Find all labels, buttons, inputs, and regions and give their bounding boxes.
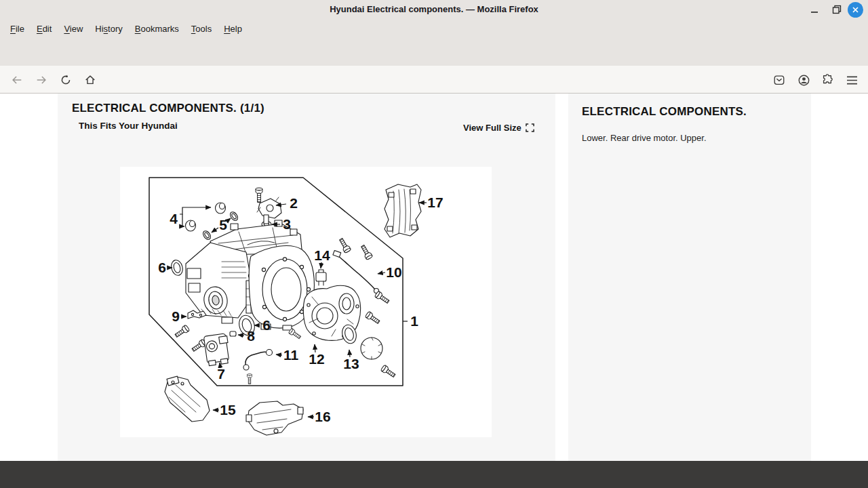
assembly-info-panel: ELECTRICAL COMPONENTS. Lower. Rear drive…	[568, 94, 811, 461]
minimize-icon	[810, 5, 819, 14]
taskbar: lm 2 $_	[0, 461, 868, 488]
callout-16[interactable]: 16	[315, 409, 330, 424]
callout-6b[interactable]: 6	[262, 317, 271, 333]
menu-bookmarks[interactable]: Bookmarks	[129, 24, 185, 34]
home-icon	[84, 74, 96, 86]
pocket-button[interactable]	[770, 71, 788, 89]
callout-8[interactable]: 8	[247, 328, 255, 344]
callout-9[interactable]: 9	[172, 308, 180, 324]
hamburger-icon	[846, 75, 858, 85]
menu-bar: File Edit View History Bookmarks Tools H…	[0, 19, 868, 38]
callout-10[interactable]: 10	[386, 264, 401, 280]
navigation-toolbar: https://www.wholesalehyundaiparts.com/sh…	[0, 66, 868, 94]
menu-tools[interactable]: Tools	[185, 24, 218, 34]
parts-diagram-svg: 2 3 4 5 6 14 10 17 1 9 6 8 7 11 12 13 15	[120, 167, 492, 437]
reload-icon	[60, 74, 72, 86]
home-button[interactable]	[81, 71, 99, 89]
view-full-size-link[interactable]: View Full Size	[463, 123, 534, 133]
callout-4[interactable]: 4	[170, 211, 178, 226]
minimize-button[interactable]	[806, 1, 823, 18]
page-content: ELECTRICAL COMPONENTS. (1/1) This Fits Y…	[0, 94, 868, 461]
forward-button[interactable]	[33, 71, 50, 89]
panel-title: ELECTRICAL COMPONENTS.	[582, 105, 747, 119]
close-circle	[848, 2, 863, 18]
assembly-content-column: ELECTRICAL COMPONENTS. (1/1) This Fits Y…	[58, 94, 555, 461]
callout-1[interactable]: 1	[410, 313, 418, 329]
callout-15[interactable]: 15	[220, 402, 236, 418]
extensions-button[interactable]	[818, 71, 836, 89]
puzzle-icon	[821, 74, 833, 86]
callout-17[interactable]: 17	[427, 195, 443, 210]
callout-5[interactable]: 5	[219, 217, 227, 232]
close-button[interactable]	[847, 1, 863, 18]
callout-11[interactable]: 11	[283, 347, 299, 363]
account-icon	[797, 74, 810, 87]
callout-2[interactable]: 2	[290, 195, 298, 211]
callout-3[interactable]: 3	[283, 216, 291, 232]
page-title: ELECTRICAL COMPONENTS. (1/1)	[72, 102, 264, 115]
window-titlebar: Hyundai Electrical components. — Mozilla…	[0, 0, 868, 19]
parts-diagram: 2 3 4 5 6 14 10 17 1 9 6 8 7 11 12 13 15	[120, 167, 492, 437]
app-menu-button[interactable]	[843, 71, 861, 89]
reload-button[interactable]	[57, 71, 75, 89]
account-button[interactable]	[795, 71, 812, 89]
menu-view[interactable]: View	[58, 24, 89, 34]
callout-13[interactable]: 13	[343, 356, 359, 371]
menu-edit[interactable]: Edit	[31, 24, 58, 34]
callout-7[interactable]: 7	[217, 366, 225, 382]
menu-help[interactable]: Help	[218, 24, 248, 34]
callout-6[interactable]: 6	[158, 260, 166, 275]
maximize-button[interactable]	[829, 1, 845, 18]
expand-icon	[526, 123, 534, 132]
restore-icon	[832, 5, 842, 14]
panel-description: Lower. Rear drive motor. Upper.	[582, 133, 707, 143]
callout-12[interactable]: 12	[309, 351, 324, 367]
back-button[interactable]	[8, 71, 26, 89]
callout-14[interactable]: 14	[314, 247, 330, 263]
menu-history[interactable]: History	[89, 24, 128, 34]
back-icon	[11, 74, 23, 86]
fits-your-hyundai-label[interactable]: This Fits Your Hyundai	[79, 121, 178, 131]
forward-icon	[35, 74, 47, 86]
window-title: Hyundai Electrical components. — Mozilla…	[0, 4, 868, 14]
pocket-icon	[773, 74, 785, 86]
close-icon	[852, 6, 859, 14]
tab-bar: co Inbo Log Rece HOM Inbo Quo Ame Marc 2…	[0, 38, 868, 66]
menu-file[interactable]: File	[4, 24, 31, 34]
